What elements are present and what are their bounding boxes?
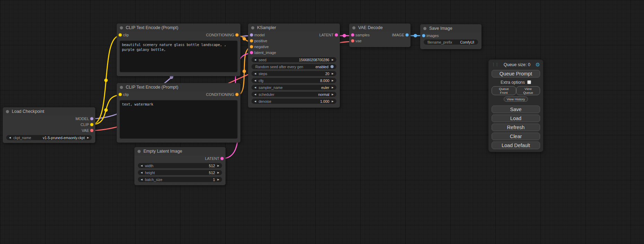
image-output-port[interactable] [405, 33, 409, 37]
clip-input-port[interactable] [118, 33, 122, 37]
node-title-bar[interactable]: CLIP Text Encode (Prompt) [117, 83, 240, 91]
extra-options-checkbox[interactable] [527, 80, 531, 84]
negative-prompt-textarea[interactable]: text, watermark [120, 100, 238, 139]
increment-arrow-icon[interactable]: ▶ [332, 92, 334, 97]
input-label-positive: positive [254, 39, 267, 43]
node-title-bar[interactable]: Empty Latent Image [134, 147, 226, 155]
output-label-latent: LATENT [319, 33, 334, 37]
scheduler-widget[interactable]: ◀ scheduler normal ▶ [252, 92, 336, 97]
queue-front-button[interactable]: Queue Front [492, 86, 516, 95]
decrement-arrow-icon[interactable]: ◀ [141, 177, 142, 182]
conditioning-output-port[interactable] [235, 33, 239, 37]
width-widget[interactable]: ◀ width 512 ▶ [138, 163, 222, 168]
images-input-port[interactable] [422, 34, 425, 37]
collapse-toggle-icon[interactable] [423, 27, 426, 30]
latent-output-port[interactable] [335, 33, 338, 37]
vae-input-port[interactable] [351, 39, 354, 43]
node-vae-decode[interactable]: VAE Decode samples IMAGE vae [349, 24, 411, 47]
decrement-arrow-icon[interactable]: ◀ [141, 163, 142, 168]
positive-prompt-textarea[interactable]: beautiful scenery nature glass bottle la… [120, 40, 238, 72]
comfyui-canvas[interactable]: { "colors": { "model": "#B39DDB", "clip"… [0, 0, 644, 244]
widget-value: v1-5-pruned-emaonly.ckpt [43, 136, 85, 140]
widget-label: width [145, 164, 153, 168]
model-input-port[interactable] [250, 33, 253, 37]
sampler-name-widget[interactable]: ◀ sampler_name euler ▶ [252, 85, 336, 90]
latent-image-input-port[interactable] [250, 51, 253, 54]
vae-output-port[interactable] [90, 129, 94, 132]
node-save-image[interactable]: Save Image images filename_prefix ComfyU… [420, 24, 482, 49]
increment-arrow-icon[interactable]: ▶ [87, 135, 89, 140]
model-output-port[interactable] [90, 117, 94, 120]
node-ksampler[interactable]: KSampler model LATENT positive negative … [248, 24, 340, 108]
decrement-arrow-icon[interactable]: ◀ [254, 57, 256, 62]
settings-gear-icon[interactable]: ⚙ [536, 62, 540, 67]
random-seed-toggle-widget[interactable]: Random seed after every gen enabled [252, 64, 336, 69]
increment-arrow-icon[interactable]: ▶ [218, 163, 219, 168]
widget-value: 512 [209, 164, 215, 168]
view-history-button[interactable]: View History [504, 97, 528, 102]
decrement-arrow-icon[interactable]: ◀ [254, 85, 256, 90]
node-title-bar[interactable]: KSampler [248, 24, 340, 32]
node-title-text: CLIP Text Encode (Prompt) [126, 25, 178, 30]
decrement-arrow-icon[interactable]: ◀ [141, 170, 142, 175]
decrement-arrow-icon[interactable]: ◀ [9, 135, 11, 140]
conditioning-output-port[interactable] [235, 93, 239, 96]
seed-widget[interactable]: ◀ seed 156680208700286 ▶ [252, 57, 336, 62]
steps-widget[interactable]: ◀ steps 20 ▶ [252, 71, 336, 76]
load-button[interactable]: Load [492, 115, 540, 122]
node-title-bar[interactable]: Load Checkpoint [3, 107, 95, 116]
collapse-toggle-icon[interactable] [251, 26, 254, 29]
increment-arrow-icon[interactable]: ▶ [332, 78, 334, 83]
node-title-bar[interactable]: VAE Decode [349, 24, 411, 32]
load-default-button[interactable]: Load Default [492, 142, 540, 149]
collapse-toggle-icon[interactable] [120, 86, 123, 89]
positive-input-port[interactable] [250, 39, 253, 43]
toggle-dot-icon[interactable] [330, 65, 334, 68]
clip-input-port[interactable] [118, 93, 122, 96]
filename-prefix-widget[interactable]: filename_prefix ComfyUI [424, 39, 478, 45]
clear-button[interactable]: Clear [492, 133, 540, 140]
decrement-arrow-icon[interactable]: ◀ [254, 99, 256, 104]
increment-arrow-icon[interactable]: ▶ [332, 99, 334, 104]
node-title-text: VAE Decode [358, 25, 383, 30]
batch-size-widget[interactable]: ◀ batch_size 1 ▶ [138, 177, 222, 182]
collapse-toggle-icon[interactable] [138, 150, 141, 153]
decrement-arrow-icon[interactable]: ◀ [254, 78, 256, 83]
node-title-bar[interactable]: Save Image [420, 24, 482, 33]
increment-arrow-icon[interactable]: ▶ [332, 71, 334, 76]
increment-arrow-icon[interactable]: ▶ [332, 57, 334, 62]
node-load-checkpoint[interactable]: Load Checkpoint MODEL CLIP VAE ◀ ckpt_na… [3, 107, 95, 143]
slot-row: LATENT [134, 155, 226, 161]
collapse-toggle-icon[interactable] [6, 110, 9, 113]
height-widget[interactable]: ◀ height 512 ▶ [138, 170, 222, 175]
negative-input-port[interactable] [250, 45, 253, 48]
increment-arrow-icon[interactable]: ▶ [218, 170, 219, 175]
node-title-text: Save Image [429, 26, 452, 31]
save-button[interactable]: Save [492, 106, 540, 113]
node-clip-text-encode-negative[interactable]: CLIP Text Encode (Prompt) clip CONDITION… [117, 83, 240, 143]
node-title-bar[interactable]: CLIP Text Encode (Prompt) [117, 24, 240, 32]
refresh-button[interactable]: Refresh [492, 124, 540, 131]
decrement-arrow-icon[interactable]: ◀ [254, 92, 256, 97]
node-empty-latent-image[interactable]: Empty Latent Image LATENT ◀ width 512 ▶ … [134, 147, 226, 185]
drag-handle-icon[interactable]: ⋮⋮ [492, 62, 499, 67]
collapse-toggle-icon[interactable] [120, 26, 123, 29]
samples-input-port[interactable] [351, 33, 354, 37]
collapse-toggle-icon[interactable] [352, 26, 355, 29]
view-queue-button[interactable]: View Queue [516, 86, 540, 95]
increment-arrow-icon[interactable]: ▶ [332, 85, 334, 90]
queue-prompt-button[interactable]: Queue Prompt [492, 70, 540, 78]
denoise-widget[interactable]: ◀ denoise 1.000 ▶ [252, 99, 336, 104]
slot-row: clip CONDITIONING [117, 91, 240, 97]
output-label-latent: LATENT [205, 156, 219, 161]
widget-label: steps [258, 72, 267, 76]
increment-arrow-icon[interactable]: ▶ [218, 177, 219, 182]
clip-output-port[interactable] [90, 123, 94, 126]
decrement-arrow-icon[interactable]: ◀ [254, 71, 256, 76]
node-clip-text-encode-positive[interactable]: CLIP Text Encode (Prompt) clip CONDITION… [117, 24, 240, 76]
output-label-clip: CLIP [81, 123, 89, 127]
ckpt-name-widget[interactable]: ◀ ckpt_name v1-5-pruned-emaonly.ckpt ▶ [6, 135, 92, 140]
node-title-text: KSampler [257, 25, 276, 30]
cfg-widget[interactable]: ◀ cfg 8.000 ▶ [252, 78, 336, 83]
latent-output-port[interactable] [220, 157, 224, 160]
